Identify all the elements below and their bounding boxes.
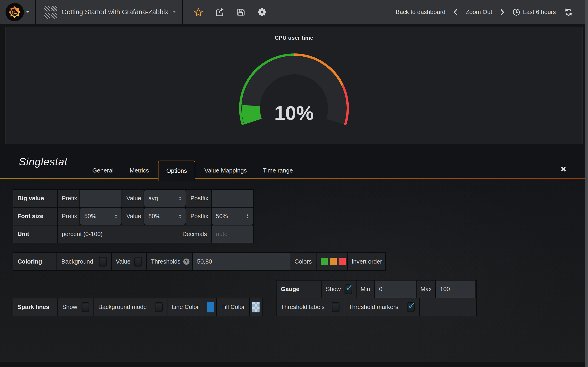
time-range-label: Last 6 hours	[523, 8, 556, 16]
top-navbar: Getting Started with Grafana-Zabbix	[0, 0, 588, 24]
value-label: Value	[122, 190, 144, 207]
decimals-input[interactable]: auto	[212, 225, 253, 243]
threshold-labels-checkbox[interactable]: ✓	[332, 302, 339, 312]
dashboard-grid-icon	[44, 6, 57, 19]
background-mode-label: Background mode	[98, 303, 147, 311]
panel-editor-header: Singlestat General Metrics Options Value…	[0, 144, 585, 179]
background-mode-checkbox[interactable]: ✓	[155, 302, 163, 312]
save-button[interactable]	[236, 7, 246, 17]
gauge-row: Gauge Show ✓ Min 0 Max 100	[277, 281, 476, 298]
chevron-left-icon[interactable]	[453, 9, 458, 16]
empty-cell	[420, 298, 476, 316]
max-label: Max	[417, 281, 435, 298]
close-editor-icon[interactable]: ✖	[560, 166, 566, 173]
unit-cell: percent (0-100) Decimals	[58, 225, 211, 243]
select-spinner-icon: ▲▼	[179, 196, 182, 201]
time-range-picker[interactable]: Last 6 hours	[512, 8, 556, 16]
gauge-chart: 10%	[234, 27, 354, 137]
background-mode-cell: Background mode ✓	[94, 298, 167, 316]
prefix-font-size-select[interactable]: 50% ▲▼	[80, 208, 121, 225]
gauge-show-checkbox[interactable]: ✓	[345, 284, 352, 294]
threshold-labels-cell: Threshold labels ✓	[277, 298, 344, 316]
decimals-label: Decimals	[182, 231, 207, 238]
value-label: Value	[122, 208, 144, 225]
value-stat-select[interactable]: avg ▲▼	[144, 190, 186, 207]
fill-color-label: Fill Color	[217, 298, 249, 316]
threshold-markers-cell: Threshold markers ✓	[344, 298, 419, 316]
prefix-label: Prefix	[58, 208, 79, 225]
color-swatch-green[interactable]	[321, 258, 328, 265]
thresholds-label: Thresholds	[151, 258, 181, 265]
coloring-label: Coloring	[13, 253, 57, 270]
select-spinner-icon: ▲▼	[246, 214, 249, 219]
value-stat-selected: avg	[148, 195, 158, 202]
background-checkbox[interactable]: ✓	[99, 257, 107, 267]
postfix-label: Postfix	[186, 190, 211, 207]
coloring-row: Coloring Background ✓ Value ✓ Thresholds…	[13, 253, 385, 270]
big-value-postfix-input[interactable]	[212, 190, 253, 207]
gauge-show-cell: Show ✓	[321, 281, 356, 298]
font-size-row: Font size Prefix 50% ▲▼ Value 80% ▲▼ Pos…	[13, 208, 253, 225]
zoom-out-button[interactable]: Zoom Out	[466, 8, 492, 16]
gauge-value-arc	[251, 106, 253, 122]
min-input[interactable]: 0	[375, 281, 416, 298]
value-font-size-select[interactable]: 80% ▲▼	[144, 208, 186, 225]
coloring-value-cell: Value ✓	[112, 253, 146, 270]
value-label: Value	[116, 258, 131, 265]
invert-order-cell: invert order	[348, 253, 385, 270]
tab-options[interactable]: Options	[158, 161, 195, 181]
threshold-options-row: Threshold labels ✓ Threshold markers ✓	[277, 298, 476, 316]
min-label: Min	[357, 281, 374, 298]
gauge-label: Gauge	[277, 281, 321, 298]
gauge-value-text: 10%	[274, 102, 314, 124]
unit-row: Unit percent (0-100) Decimals auto	[13, 225, 253, 243]
thresholds-input[interactable]: 50,80	[193, 253, 290, 270]
page-scrollbar	[585, 0, 588, 367]
scrollbar-thumb[interactable]	[585, 0, 588, 367]
spark-show-cell: Show ✓	[58, 298, 94, 316]
value-options-table: Big value Prefix Value avg ▲▼ Postfix Fo…	[13, 189, 254, 243]
tab-value-mappings[interactable]: Value Mappings	[198, 162, 254, 179]
postfix-font-size-select[interactable]: 50% ▲▼	[212, 208, 253, 225]
dashboard-actions	[183, 7, 267, 17]
postfix-font-size-selected: 50%	[216, 213, 228, 220]
help-question-icon[interactable]: ?	[183, 259, 190, 265]
invert-order-button[interactable]: invert order	[352, 258, 382, 265]
fill-color-cell	[250, 298, 262, 316]
back-to-dashboard-button[interactable]: Back to dashboard	[396, 8, 446, 16]
share-button[interactable]	[215, 7, 225, 17]
tab-metrics[interactable]: Metrics	[123, 162, 156, 179]
big-value-prefix-input[interactable]	[80, 190, 121, 207]
spark-show-checkbox[interactable]: ✓	[82, 302, 89, 312]
options-tab-content: Big value Prefix Value avg ▲▼ Postfix Fo…	[0, 179, 585, 367]
value-checkbox[interactable]: ✓	[134, 257, 142, 267]
postfix-label: Postfix	[186, 208, 211, 225]
colors-swatches-cell	[317, 253, 347, 270]
color-swatch-red[interactable]	[338, 258, 346, 265]
big-value-row: Big value Prefix Value avg ▲▼ Postfix	[13, 190, 253, 207]
caret-down-icon	[173, 11, 175, 14]
show-label: Show	[62, 303, 77, 311]
show-label: Show	[326, 286, 341, 293]
line-color-swatch[interactable]	[207, 302, 214, 312]
color-swatch-orange[interactable]	[330, 258, 337, 265]
prefix-font-size-selected: 50%	[84, 213, 96, 220]
star-button[interactable]	[193, 7, 204, 17]
fill-color-swatch[interactable]	[252, 302, 259, 312]
clock-icon	[512, 8, 520, 16]
unit-value-dropdown[interactable]: percent (0-100)	[62, 231, 103, 238]
max-input[interactable]: 100	[436, 281, 476, 298]
threshold-markers-checkbox[interactable]: ✓	[407, 302, 415, 312]
line-color-cell	[204, 298, 216, 316]
refresh-icon[interactable]	[564, 7, 573, 17]
grafana-logo-icon	[6, 3, 24, 21]
panel-type-title: Singlestat	[19, 156, 68, 168]
grafana-menu-button[interactable]	[0, 0, 36, 24]
thresholds-cell: Thresholds ?	[147, 253, 192, 270]
tab-time-range[interactable]: Time range	[256, 162, 300, 179]
threshold-markers-label: Threshold markers	[348, 303, 398, 311]
chevron-right-icon[interactable]	[500, 9, 505, 16]
dashboard-title-dropdown[interactable]: Getting Started with Grafana-Zabbix	[36, 0, 183, 24]
settings-gear-icon[interactable]	[257, 7, 267, 17]
tab-general[interactable]: General	[86, 162, 121, 179]
